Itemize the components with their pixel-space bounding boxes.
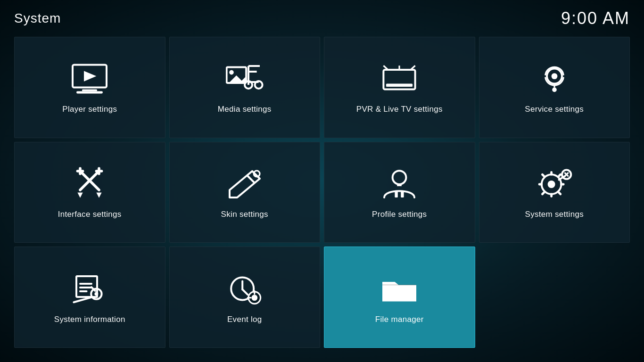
system-information[interactable]: System information <box>14 247 165 348</box>
system-information-label: System information <box>54 315 125 324</box>
interface-icon <box>71 165 108 203</box>
media-icon <box>226 60 264 98</box>
player-settings-label: Player settings <box>62 105 117 114</box>
event-log[interactable]: Event log <box>169 247 321 348</box>
svg-marker-1 <box>84 71 96 82</box>
event-log-label: Event log <box>227 315 262 324</box>
svg-line-49 <box>242 289 248 295</box>
profile-settings[interactable]: Profile settings <box>324 142 475 243</box>
sysinfo-icon <box>71 271 108 308</box>
svg-rect-2 <box>82 90 97 91</box>
pvr-settings-label: PVR & Live TV settings <box>356 105 443 114</box>
skin-icon <box>226 165 264 203</box>
service-icon <box>536 60 573 98</box>
svg-marker-22 <box>78 193 83 198</box>
svg-rect-14 <box>386 84 413 87</box>
svg-rect-3 <box>76 91 103 94</box>
file-manager-label: File manager <box>375 315 424 324</box>
settings-grid: Player settings Media settings PVR & Liv… <box>0 33 644 357</box>
system-settings-label: System settings <box>525 210 584 219</box>
svg-marker-26 <box>97 193 102 198</box>
svg-point-34 <box>547 181 555 188</box>
player-settings[interactable]: Player settings <box>14 37 165 138</box>
profile-icon <box>380 165 418 203</box>
svg-rect-9 <box>248 81 259 83</box>
current-time: 9:00 AM <box>561 8 630 28</box>
svg-rect-31 <box>395 191 398 197</box>
skin-settings-label: Skin settings <box>221 210 268 219</box>
skin-settings[interactable]: Skin settings <box>169 142 321 243</box>
svg-point-16 <box>551 74 557 80</box>
app-header: System 9:00 AM <box>0 0 644 33</box>
systemsettings-icon <box>536 165 573 203</box>
eventlog-icon <box>226 271 264 308</box>
pvr-settings[interactable]: PVR & Live TV settings <box>324 37 475 138</box>
svg-marker-6 <box>229 75 246 83</box>
interface-settings-label: Interface settings <box>58 210 122 219</box>
pvr-icon <box>380 60 418 98</box>
svg-point-51 <box>251 295 257 301</box>
svg-point-46 <box>95 292 99 296</box>
svg-point-5 <box>229 70 234 75</box>
page-title: System <box>14 11 61 26</box>
service-settings[interactable]: Service settings <box>479 37 630 138</box>
svg-rect-32 <box>401 191 404 197</box>
svg-point-17 <box>552 88 557 92</box>
filemanager-icon <box>380 271 418 308</box>
service-settings-label: Service settings <box>525 105 584 114</box>
system-settings[interactable]: System settings <box>479 142 630 243</box>
svg-rect-30 <box>397 184 402 186</box>
media-settings-label: Media settings <box>218 105 272 114</box>
player-icon <box>71 60 108 98</box>
media-settings[interactable]: Media settings <box>169 37 321 138</box>
file-manager[interactable]: File manager <box>324 247 475 348</box>
interface-settings[interactable]: Interface settings <box>14 142 165 243</box>
profile-settings-label: Profile settings <box>372 210 427 219</box>
svg-line-27 <box>247 175 254 182</box>
svg-point-29 <box>393 171 406 184</box>
